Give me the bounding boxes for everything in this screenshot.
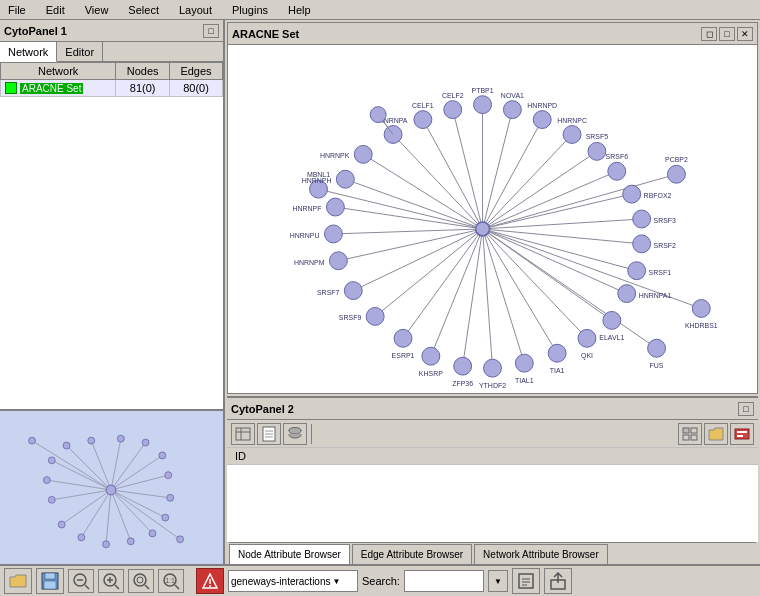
cytopanel2-id-header: ID <box>227 448 758 465</box>
svg-line-50 <box>483 229 637 271</box>
menu-plugins[interactable]: Plugins <box>228 2 272 18</box>
svg-text:ELAVL1: ELAVL1 <box>599 334 624 341</box>
bottom-toolbar: 1:1 geneways-interactions ▼ Search: ▼ <box>0 564 760 596</box>
network-canvas[interactable]: MBNL1 HNRNPA CELF1 <box>228 45 757 393</box>
svg-line-14 <box>52 490 111 500</box>
network-panel-upper: Network Nodes Edges ARACNE Set 81(0 <box>0 62 223 409</box>
toolbar-separator <box>311 424 312 444</box>
svg-point-78 <box>414 111 432 129</box>
view-shrink-button[interactable]: ◻ <box>701 27 717 41</box>
svg-rect-154 <box>737 435 743 437</box>
cytopanel2-grid-button[interactable] <box>678 423 702 445</box>
svg-point-132 <box>336 170 354 188</box>
tab-edge-attribute[interactable]: Edge Attribute Browser <box>352 544 472 564</box>
svg-text:HNRNPU: HNRNPU <box>290 232 320 239</box>
menu-help[interactable]: Help <box>284 2 315 18</box>
svg-text:QKI: QKI <box>581 352 593 360</box>
network-dropdown[interactable]: geneways-interactions ▼ <box>228 570 358 592</box>
search-input[interactable] <box>404 570 484 592</box>
info-button[interactable] <box>512 568 540 594</box>
main-container: CytoPanel 1 □ Network Editor Network Nod… <box>0 20 760 564</box>
svg-point-28 <box>149 530 156 537</box>
zoom-fit-button[interactable] <box>128 569 154 593</box>
cytopanel2-file-button[interactable] <box>257 423 281 445</box>
menu-view[interactable]: View <box>81 2 113 18</box>
svg-line-44 <box>483 134 572 228</box>
zoom-out-button[interactable] <box>68 569 94 593</box>
svg-line-1 <box>67 446 111 490</box>
alert-button[interactable] <box>196 568 224 594</box>
view-close-button[interactable]: ✕ <box>737 27 753 41</box>
menu-edit[interactable]: Edit <box>42 2 69 18</box>
svg-line-64 <box>333 229 482 234</box>
network-name-label: ARACNE Set <box>20 83 83 94</box>
cytopanel1-maximize-button[interactable]: □ <box>203 24 219 38</box>
svg-line-11 <box>106 490 111 544</box>
menu-layout[interactable]: Layout <box>175 2 216 18</box>
svg-line-40 <box>453 110 483 229</box>
svg-rect-148 <box>683 428 689 433</box>
svg-point-35 <box>177 536 184 543</box>
save-button[interactable] <box>36 568 64 594</box>
svg-line-47 <box>483 194 632 229</box>
menu-select[interactable]: Select <box>124 2 163 18</box>
svg-point-80 <box>444 101 462 119</box>
search-label: Search: <box>362 575 400 587</box>
svg-line-39 <box>423 120 483 229</box>
svg-text:SRSF9: SRSF9 <box>339 314 362 321</box>
svg-point-128 <box>324 225 342 243</box>
svg-line-65 <box>335 207 482 229</box>
svg-line-12 <box>81 490 111 537</box>
search-submit-button[interactable]: ▼ <box>488 570 508 592</box>
network-view-header: ARACNE Set ◻ □ ✕ <box>228 23 757 45</box>
svg-point-98 <box>633 235 651 253</box>
tab-network[interactable]: Network <box>0 42 57 62</box>
network-name-cell: ARACNE Set <box>1 80 116 97</box>
svg-text:PCBP2: PCBP2 <box>665 156 688 163</box>
svg-point-134 <box>354 145 372 163</box>
svg-point-96 <box>633 210 651 228</box>
svg-point-25 <box>165 472 172 479</box>
svg-point-173 <box>209 585 211 587</box>
svg-point-33 <box>48 496 55 503</box>
tab-network-attribute[interactable]: Network Attribute Browser <box>474 544 608 564</box>
table-row[interactable]: ARACNE Set 81(0) 80(0) <box>1 80 223 97</box>
menu-file[interactable]: File <box>4 2 30 18</box>
cytopanel2-settings-button[interactable] <box>730 423 754 445</box>
view-restore-button[interactable]: □ <box>719 27 735 41</box>
svg-point-19 <box>48 457 55 464</box>
svg-point-122 <box>366 307 384 325</box>
zoom-actual-button[interactable]: 1:1 <box>158 569 184 593</box>
cytopanel1-header: CytoPanel 1 □ <box>0 20 223 42</box>
export-button[interactable] <box>544 568 572 594</box>
zoom-in-button[interactable] <box>98 569 124 593</box>
svg-line-9 <box>111 490 152 533</box>
svg-text:KHSRP: KHSRP <box>419 370 443 377</box>
svg-point-110 <box>548 344 566 362</box>
svg-point-165 <box>134 574 146 586</box>
svg-point-124 <box>344 282 362 300</box>
tab-node-attribute[interactable]: Node Attribute Browser <box>229 544 350 564</box>
svg-text:HNRNPF: HNRNPF <box>292 205 321 212</box>
network-dropdown-value: geneways-interactions <box>231 576 331 587</box>
svg-point-32 <box>58 521 65 528</box>
svg-line-10 <box>111 490 131 541</box>
cytopanel2-folder-button[interactable] <box>704 423 728 445</box>
tab-editor[interactable]: Editor <box>57 42 103 61</box>
svg-point-166 <box>137 577 143 583</box>
cytopanel2-table-button[interactable] <box>231 423 255 445</box>
svg-text:SRSF6: SRSF6 <box>606 153 629 160</box>
svg-text:CELF2: CELF2 <box>442 92 464 99</box>
cytopanel2-maximize-button[interactable]: □ <box>738 402 754 416</box>
cytopanel2: CytoPanel 2 □ <box>227 396 758 564</box>
dropdown-arrow-icon: ▼ <box>333 577 341 586</box>
svg-text:SRSF2: SRSF2 <box>654 242 677 249</box>
cytopanel2-database-button[interactable] <box>283 423 307 445</box>
open-folder-button[interactable] <box>4 568 32 594</box>
svg-point-82 <box>474 96 492 114</box>
menu-bar: File Edit View Select Layout Plugins Hel… <box>0 0 760 20</box>
svg-point-104 <box>692 300 710 318</box>
svg-rect-156 <box>45 573 55 579</box>
svg-line-3 <box>111 439 121 490</box>
svg-text:SRSF1: SRSF1 <box>649 269 672 276</box>
